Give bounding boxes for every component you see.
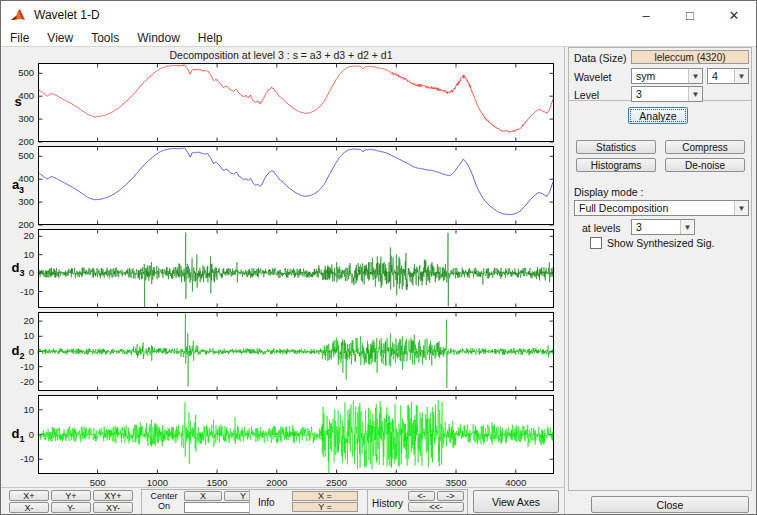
right-panel-divider bbox=[564, 47, 565, 515]
compress-button[interactable]: Compress bbox=[665, 140, 745, 154]
zoom-y-plus-button[interactable]: Y+ bbox=[51, 490, 91, 501]
chevron-down-icon: ▼ bbox=[734, 69, 748, 83]
at-levels-label: at levels bbox=[582, 222, 621, 234]
menu-help[interactable]: Help bbox=[189, 31, 232, 45]
menu-window[interactable]: Window bbox=[128, 31, 189, 45]
zoom-y-minus-button[interactable]: Y- bbox=[51, 502, 91, 513]
menu-view[interactable]: View bbox=[38, 31, 82, 45]
statistics-button[interactable]: Statistics bbox=[576, 140, 656, 154]
matlab-app-icon bbox=[10, 7, 26, 23]
svg-text:200: 200 bbox=[18, 136, 34, 147]
plot-signal-s[interactable]: 200300400500 bbox=[38, 63, 554, 142]
window-title: Wavelet 1-D bbox=[34, 8, 100, 22]
history-label: History bbox=[372, 498, 403, 509]
svg-text:500: 500 bbox=[18, 150, 34, 161]
denoise-button[interactable]: De-noise bbox=[665, 158, 745, 172]
svg-text:400: 400 bbox=[18, 173, 34, 184]
chevron-down-icon: ▼ bbox=[734, 201, 748, 215]
info-group: Info X = Y = bbox=[249, 489, 379, 515]
zoom-x-minus-button[interactable]: X- bbox=[9, 502, 49, 513]
close-window-button[interactable]: ✕ bbox=[712, 1, 756, 29]
display-mode-select[interactable]: Full Decomposition▼ bbox=[574, 200, 749, 216]
wavelet-number-select[interactable]: 4▼ bbox=[707, 68, 749, 84]
show-synthesized-checkbox[interactable] bbox=[590, 237, 602, 249]
svg-text:300: 300 bbox=[18, 113, 34, 124]
wavelet-label: Wavelet bbox=[574, 71, 612, 83]
svg-text:-10: -10 bbox=[20, 286, 34, 297]
svg-text:10: 10 bbox=[23, 249, 34, 260]
plot-approximation-a3[interactable]: 200300400500 bbox=[38, 146, 554, 225]
plot-detail-d2[interactable]: -20-1001020 bbox=[38, 312, 554, 391]
chevron-down-icon: ▼ bbox=[680, 220, 694, 234]
svg-text:20: 20 bbox=[23, 230, 34, 241]
history-back-button[interactable]: <- bbox=[408, 491, 435, 501]
decomposition-title: Decomposition at level 3 : s = a3 + d3 +… bbox=[1, 49, 561, 61]
history-forward-button[interactable]: -> bbox=[437, 491, 464, 501]
svg-text:0: 0 bbox=[29, 267, 34, 278]
zoom-xy-minus-button[interactable]: XY- bbox=[93, 502, 133, 513]
info-x-field: X = bbox=[292, 491, 358, 501]
zoom-x-plus-button[interactable]: X+ bbox=[9, 490, 49, 501]
data-size-value: leleccum (4320) bbox=[631, 50, 749, 64]
svg-text:-20: -20 bbox=[20, 376, 34, 387]
menu-bar: File View Tools Window Help bbox=[1, 29, 756, 47]
toolbar-separator bbox=[1, 487, 564, 488]
svg-text:400: 400 bbox=[18, 90, 34, 101]
window-controls: – □ ✕ bbox=[624, 1, 756, 29]
svg-text:300: 300 bbox=[18, 196, 34, 207]
data-size-label: Data (Size) bbox=[574, 52, 627, 64]
level-select[interactable]: 3▼ bbox=[631, 86, 703, 102]
svg-text:0: 0 bbox=[29, 429, 34, 440]
wavelet-family-select[interactable]: sym▼ bbox=[631, 68, 703, 84]
info-label: Info bbox=[258, 497, 275, 508]
history-rewind-button[interactable]: <<- bbox=[408, 502, 464, 512]
title-bar: Wavelet 1-D – □ ✕ bbox=[1, 1, 756, 29]
history-group: History <- -> <<- bbox=[367, 489, 468, 515]
minimize-button[interactable]: – bbox=[624, 1, 668, 29]
svg-text:-10: -10 bbox=[20, 361, 34, 372]
zoom-xy-plus-button[interactable]: XY+ bbox=[93, 490, 133, 501]
center-x-button[interactable]: X bbox=[184, 491, 222, 501]
svg-text:10: 10 bbox=[23, 330, 34, 341]
plot-detail-d1[interactable]: -100105001000150020002500300035004000 bbox=[38, 395, 554, 474]
display-mode-label: Display mode : bbox=[574, 186, 643, 198]
level-label: Level bbox=[574, 89, 599, 101]
svg-text:20: 20 bbox=[23, 315, 34, 326]
analyze-button[interactable]: Analyze bbox=[628, 107, 688, 124]
chevron-down-icon: ▼ bbox=[688, 87, 702, 101]
chevron-down-icon: ▼ bbox=[688, 69, 702, 83]
svg-text:200: 200 bbox=[18, 219, 34, 230]
maximize-button[interactable]: □ bbox=[668, 1, 712, 29]
histograms-button[interactable]: Histograms bbox=[576, 158, 656, 172]
show-synthesized-label: Show Synthesized Sig. bbox=[607, 237, 714, 249]
menu-file[interactable]: File bbox=[1, 31, 38, 45]
menu-tools[interactable]: Tools bbox=[82, 31, 128, 45]
view-axes-button[interactable]: View Axes bbox=[473, 490, 559, 513]
plot-detail-d3[interactable]: -1001020 bbox=[38, 229, 554, 308]
svg-text:0: 0 bbox=[29, 346, 34, 357]
svg-text:10: 10 bbox=[23, 404, 34, 415]
info-y-field: Y = bbox=[292, 502, 358, 512]
svg-text:500: 500 bbox=[18, 67, 34, 78]
wavelet-1d-window: Wavelet 1-D – □ ✕ File View Tools Window… bbox=[0, 0, 757, 515]
svg-text:-10: -10 bbox=[20, 453, 34, 464]
at-levels-select[interactable]: 3▼ bbox=[631, 219, 695, 235]
center-on-label: CenterOn bbox=[148, 491, 180, 511]
close-button[interactable]: Close bbox=[591, 496, 749, 513]
